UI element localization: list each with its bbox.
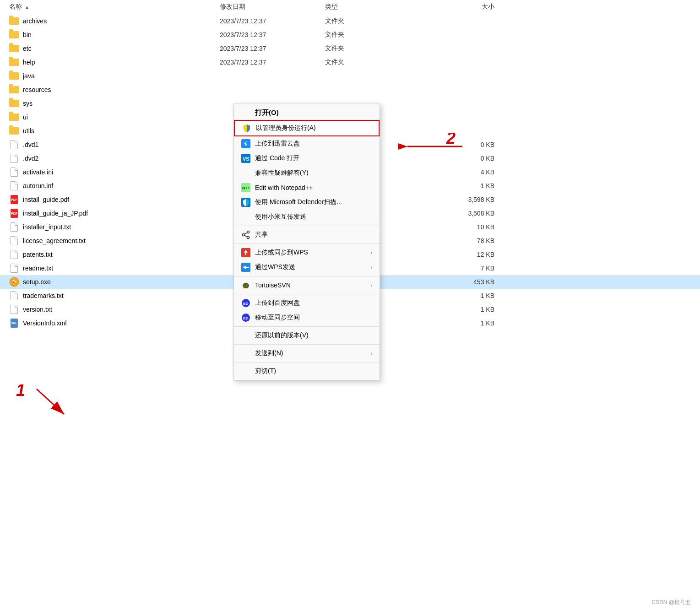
file-icon-wrapper: [9, 222, 19, 232]
file-date: 2023/7/23 12:37: [220, 17, 325, 25]
file-size: 0 KB: [430, 155, 504, 162]
empty-icon: [241, 212, 250, 222]
defender-icon: [241, 198, 250, 207]
notepadpp-icon: N++: [241, 183, 250, 192]
file-icon: [11, 305, 18, 314]
ctx-item-notepad-plus[interactable]: N++ Edit with Notepad++: [234, 180, 380, 195]
ctx-item-tortoisesvn[interactable]: TortoiseSVN›: [234, 278, 380, 292]
file-type: 文件夹: [325, 31, 430, 39]
folder-icon: [9, 45, 19, 52]
file-row[interactable]: help 2023/7/23 12:37 文件夹: [0, 55, 700, 69]
ctx-label: 兼容性疑难解答(Y): [255, 169, 309, 177]
file-row[interactable]: resources: [0, 83, 700, 97]
ctx-item-share[interactable]: 共享: [234, 227, 380, 242]
baidu-icon: BD: [241, 313, 250, 322]
col-name-label: 名称: [9, 3, 22, 11]
file-icon-wrapper: [9, 112, 19, 122]
file-icon: [11, 236, 18, 245]
file-size: 1 KB: [430, 182, 504, 189]
file-size: 453 KB: [430, 278, 504, 286]
file-name: setup.exe: [23, 278, 220, 286]
file-row[interactable]: java: [0, 69, 700, 83]
file-icon-wrapper: [9, 140, 19, 150]
tortoise-icon: [241, 281, 250, 290]
file-icon: [11, 250, 18, 259]
ctx-item-compat[interactable]: 兼容性疑难解答(Y): [234, 166, 380, 180]
ctx-item-restore[interactable]: 还原以前的版本(V): [234, 328, 380, 343]
svg-line-29: [37, 389, 64, 414]
file-size: 12 KB: [430, 251, 504, 258]
ctx-item-upload-xunlei[interactable]: 上传到迅雷云盘: [234, 136, 380, 151]
ctx-separator: [234, 243, 380, 244]
annotation-1: 1: [14, 384, 69, 422]
ctx-item-baidu-sync[interactable]: BD 移动至同步空间: [234, 310, 380, 325]
file-size: 1 KB: [430, 292, 504, 299]
ctx-item-open-code[interactable]: VS 通过 Code 打开: [234, 151, 380, 166]
file-icon-wrapper: [9, 126, 19, 136]
ctx-item-run-as-admin[interactable]: 以管理员身份运行(A): [234, 120, 380, 136]
ctx-label: 发送到(N): [255, 349, 283, 357]
svg-text:BD: BD: [243, 302, 249, 306]
ctx-item-upload-wps[interactable]: 上传或同步到WPS›: [234, 245, 380, 260]
file-row[interactable]: archives 2023/7/23 12:37 文件夹: [0, 14, 700, 28]
file-icon: [11, 140, 18, 149]
ctx-item-baidu-upload[interactable]: BD 上传到百度网盘: [234, 296, 380, 310]
svg-rect-3: [241, 139, 250, 148]
file-icon-wrapper: [9, 304, 19, 314]
ctx-label: 上传到百度网盘: [255, 299, 300, 307]
file-date: 2023/7/23 12:37: [220, 31, 325, 38]
col-type-label: 类型: [325, 3, 338, 10]
empty-icon: [241, 108, 250, 117]
svg-text:VS: VS: [243, 156, 250, 162]
ctx-item-defender[interactable]: 使用 Microsoft Defender扫描...: [234, 195, 380, 210]
ctx-item-send-wps[interactable]: 通过WPS发送›: [234, 260, 380, 275]
svg-point-12: [243, 234, 245, 236]
baidu-icon: BD: [241, 298, 250, 308]
empty-icon: [241, 349, 250, 358]
file-name: installer_input.txt: [23, 223, 220, 231]
file-name: VersionInfo.xml: [23, 319, 220, 327]
file-name: etc: [23, 45, 220, 52]
svg-point-21: [245, 283, 247, 285]
ctx-separator: [234, 276, 380, 276]
sort-arrow: ▲: [25, 5, 29, 10]
file-size: 3,508 KB: [430, 210, 504, 217]
ctx-item-xiaomi[interactable]: 使用小米互传发送: [234, 210, 380, 224]
file-name: java: [23, 72, 220, 80]
col-type-header[interactable]: 类型: [325, 3, 430, 11]
svg-line-14: [244, 235, 247, 237]
vscode-icon: VS: [241, 154, 250, 163]
folder-icon: [9, 86, 19, 93]
ctx-label: 通过WPS发送: [255, 263, 295, 271]
folder-icon: [9, 59, 19, 66]
wps-send-icon: [241, 263, 250, 272]
col-date-header[interactable]: 修改日期: [220, 3, 325, 11]
col-name-header[interactable]: 名称 ▲: [9, 3, 220, 11]
file-icon: [11, 168, 18, 177]
file-row[interactable]: etc 2023/7/23 12:37 文件夹: [0, 42, 700, 55]
empty-icon: [241, 331, 250, 340]
file-date: 2023/7/23 12:37: [220, 59, 325, 66]
context-menu[interactable]: 打开(O) 以管理员身份运行(A) 上传到迅雷云盘 VS 通过 Code 打开兼…: [233, 103, 380, 381]
file-name: archives: [23, 17, 220, 25]
xml-icon: XML: [11, 319, 18, 328]
ctx-item-cut[interactable]: 剪切(T): [234, 364, 380, 378]
ctx-label: TortoiseSVN: [255, 281, 291, 289]
col-date-label: 修改日期: [220, 3, 245, 10]
file-icon-wrapper: [9, 263, 19, 273]
ctx-separator: [234, 362, 380, 362]
column-header: 名称 ▲ 修改日期 类型 大小: [0, 0, 700, 14]
ctx-item-open[interactable]: 打开(O): [234, 105, 380, 120]
file-name: resources: [23, 86, 220, 93]
file-icon-wrapper: [9, 249, 19, 260]
col-size-header[interactable]: 大小: [430, 3, 504, 11]
ctx-item-sendto[interactable]: 发送到(N)›: [234, 346, 380, 361]
file-name: version.txt: [23, 306, 220, 313]
folder-icon: [9, 72, 19, 80]
file-name: install_guide.pdf: [23, 196, 220, 203]
file-type: 文件夹: [325, 44, 430, 53]
file-icon: [11, 264, 18, 273]
file-icon-wrapper: [9, 167, 19, 177]
shield-icon: [242, 124, 251, 133]
file-row[interactable]: bin 2023/7/23 12:37 文件夹: [0, 28, 700, 42]
